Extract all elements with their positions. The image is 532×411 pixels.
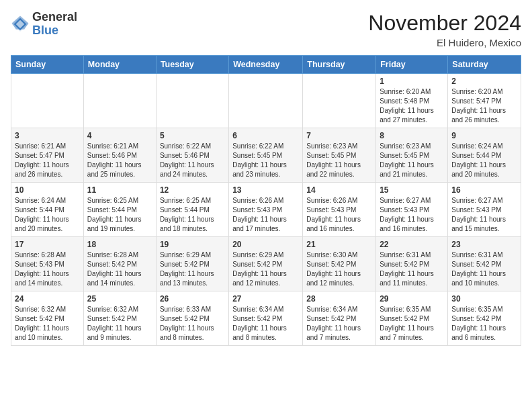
day-detail: Sunrise: 6:30 AM Sunset: 5:42 PM Dayligh… bbox=[306, 250, 372, 288]
logo: General Blue bbox=[11, 11, 77, 38]
day-detail: Sunrise: 6:33 AM Sunset: 5:42 PM Dayligh… bbox=[160, 305, 225, 342]
day-detail: Sunrise: 6:24 AM Sunset: 5:44 PM Dayligh… bbox=[451, 142, 517, 179]
calendar-cell bbox=[156, 74, 228, 128]
day-detail: Sunrise: 6:29 AM Sunset: 5:42 PM Dayligh… bbox=[160, 250, 225, 288]
day-number: 23 bbox=[451, 240, 517, 249]
day-detail: Sunrise: 6:20 AM Sunset: 5:48 PM Dayligh… bbox=[380, 87, 444, 125]
day-detail: Sunrise: 6:28 AM Sunset: 5:42 PM Dayligh… bbox=[87, 250, 152, 288]
calendar-cell: 20Sunrise: 6:29 AM Sunset: 5:42 PM Dayli… bbox=[229, 237, 303, 291]
day-number: 15 bbox=[380, 185, 444, 195]
day-number: 6 bbox=[232, 131, 299, 140]
calendar-cell: 4Sunrise: 6:21 AM Sunset: 5:46 PM Daylig… bbox=[83, 128, 156, 183]
day-detail: Sunrise: 6:35 AM Sunset: 5:42 PM Dayligh… bbox=[451, 305, 517, 342]
col-header-saturday: Saturday bbox=[448, 56, 521, 74]
day-number: 24 bbox=[15, 294, 80, 304]
day-number: 27 bbox=[232, 294, 299, 304]
day-detail: Sunrise: 6:27 AM Sunset: 5:43 PM Dayligh… bbox=[380, 196, 444, 234]
calendar-cell: 29Sunrise: 6:35 AM Sunset: 5:42 PM Dayli… bbox=[376, 291, 448, 346]
calendar-cell: 25Sunrise: 6:32 AM Sunset: 5:42 PM Dayli… bbox=[83, 291, 156, 346]
calendar-cell: 16Sunrise: 6:27 AM Sunset: 5:43 PM Dayli… bbox=[448, 183, 521, 237]
day-detail: Sunrise: 6:32 AM Sunset: 5:42 PM Dayligh… bbox=[15, 305, 80, 342]
calendar-cell: 15Sunrise: 6:27 AM Sunset: 5:43 PM Dayli… bbox=[376, 183, 448, 237]
calendar-cell: 19Sunrise: 6:29 AM Sunset: 5:42 PM Dayli… bbox=[156, 237, 228, 291]
day-detail: Sunrise: 6:23 AM Sunset: 5:45 PM Dayligh… bbox=[306, 142, 372, 179]
calendar-cell bbox=[83, 74, 156, 128]
calendar-cell: 18Sunrise: 6:28 AM Sunset: 5:42 PM Dayli… bbox=[83, 237, 156, 291]
calendar-cell: 10Sunrise: 6:24 AM Sunset: 5:44 PM Dayli… bbox=[11, 183, 84, 237]
calendar-cell: 23Sunrise: 6:31 AM Sunset: 5:42 PM Dayli… bbox=[448, 237, 521, 291]
calendar-cell: 6Sunrise: 6:22 AM Sunset: 5:45 PM Daylig… bbox=[229, 128, 303, 183]
calendar-cell: 28Sunrise: 6:34 AM Sunset: 5:42 PM Dayli… bbox=[303, 291, 376, 346]
day-detail: Sunrise: 6:28 AM Sunset: 5:43 PM Dayligh… bbox=[15, 250, 80, 288]
week-row-2: 3Sunrise: 6:21 AM Sunset: 5:47 PM Daylig… bbox=[11, 128, 521, 183]
day-number: 4 bbox=[87, 131, 152, 140]
day-number: 18 bbox=[87, 240, 152, 249]
day-number: 1 bbox=[380, 77, 444, 86]
day-number: 12 bbox=[160, 185, 225, 195]
month-title: November 2024 bbox=[368, 11, 521, 36]
calendar-cell: 24Sunrise: 6:32 AM Sunset: 5:42 PM Dayli… bbox=[11, 291, 84, 346]
day-number: 8 bbox=[380, 131, 444, 140]
day-number: 22 bbox=[380, 240, 444, 249]
day-detail: Sunrise: 6:23 AM Sunset: 5:45 PM Dayligh… bbox=[380, 142, 444, 179]
calendar-cell bbox=[11, 74, 84, 128]
day-detail: Sunrise: 6:25 AM Sunset: 5:44 PM Dayligh… bbox=[87, 196, 152, 234]
day-number: 16 bbox=[451, 185, 517, 195]
day-detail: Sunrise: 6:21 AM Sunset: 5:46 PM Dayligh… bbox=[87, 142, 152, 179]
col-header-friday: Friday bbox=[376, 56, 448, 74]
week-row-3: 10Sunrise: 6:24 AM Sunset: 5:44 PM Dayli… bbox=[11, 183, 521, 237]
day-detail: Sunrise: 6:21 AM Sunset: 5:47 PM Dayligh… bbox=[15, 142, 80, 179]
week-row-4: 17Sunrise: 6:28 AM Sunset: 5:43 PM Dayli… bbox=[11, 237, 521, 291]
day-detail: Sunrise: 6:26 AM Sunset: 5:43 PM Dayligh… bbox=[232, 196, 299, 234]
day-detail: Sunrise: 6:34 AM Sunset: 5:42 PM Dayligh… bbox=[306, 305, 372, 342]
col-header-wednesday: Wednesday bbox=[229, 56, 303, 74]
day-number: 19 bbox=[160, 240, 225, 249]
calendar-cell bbox=[303, 74, 376, 128]
day-number: 9 bbox=[451, 131, 517, 140]
logo-blue: Blue bbox=[32, 24, 77, 38]
week-row-1: 1Sunrise: 6:20 AM Sunset: 5:48 PM Daylig… bbox=[11, 74, 521, 128]
day-detail: Sunrise: 6:27 AM Sunset: 5:43 PM Dayligh… bbox=[451, 196, 517, 234]
day-detail: Sunrise: 6:24 AM Sunset: 5:44 PM Dayligh… bbox=[15, 196, 80, 234]
day-number: 11 bbox=[87, 185, 152, 195]
calendar-cell: 30Sunrise: 6:35 AM Sunset: 5:42 PM Dayli… bbox=[448, 291, 521, 346]
day-number: 25 bbox=[87, 294, 152, 304]
col-header-thursday: Thursday bbox=[303, 56, 376, 74]
col-header-monday: Monday bbox=[83, 56, 156, 74]
calendar-cell: 13Sunrise: 6:26 AM Sunset: 5:43 PM Dayli… bbox=[229, 183, 303, 237]
calendar-cell: 11Sunrise: 6:25 AM Sunset: 5:44 PM Dayli… bbox=[83, 183, 156, 237]
day-number: 5 bbox=[160, 131, 225, 140]
day-number: 21 bbox=[306, 240, 372, 249]
calendar-cell: 22Sunrise: 6:31 AM Sunset: 5:42 PM Dayli… bbox=[376, 237, 448, 291]
day-number: 29 bbox=[380, 294, 444, 304]
day-number: 28 bbox=[306, 294, 372, 304]
calendar-cell: 27Sunrise: 6:34 AM Sunset: 5:42 PM Dayli… bbox=[229, 291, 303, 346]
day-number: 20 bbox=[232, 240, 299, 249]
calendar-cell: 14Sunrise: 6:26 AM Sunset: 5:43 PM Dayli… bbox=[303, 183, 376, 237]
day-detail: Sunrise: 6:31 AM Sunset: 5:42 PM Dayligh… bbox=[451, 250, 517, 288]
day-number: 2 bbox=[451, 77, 517, 86]
day-number: 17 bbox=[15, 240, 80, 249]
day-number: 10 bbox=[15, 185, 80, 195]
day-number: 7 bbox=[306, 131, 372, 140]
day-detail: Sunrise: 6:25 AM Sunset: 5:44 PM Dayligh… bbox=[160, 196, 225, 234]
day-detail: Sunrise: 6:20 AM Sunset: 5:47 PM Dayligh… bbox=[451, 87, 517, 125]
calendar-cell: 9Sunrise: 6:24 AM Sunset: 5:44 PM Daylig… bbox=[448, 128, 521, 183]
day-number: 13 bbox=[232, 185, 299, 195]
logo-icon bbox=[11, 15, 30, 34]
calendar-table: SundayMondayTuesdayWednesdayThursdayFrid… bbox=[11, 55, 521, 346]
calendar-cell: 17Sunrise: 6:28 AM Sunset: 5:43 PM Dayli… bbox=[11, 237, 84, 291]
calendar-cell: 12Sunrise: 6:25 AM Sunset: 5:44 PM Dayli… bbox=[156, 183, 228, 237]
week-row-5: 24Sunrise: 6:32 AM Sunset: 5:42 PM Dayli… bbox=[11, 291, 521, 346]
page-header: General Blue November 2024 El Huidero, M… bbox=[11, 11, 521, 48]
title-block: November 2024 El Huidero, Mexico bbox=[368, 11, 521, 48]
day-number: 30 bbox=[451, 294, 517, 304]
calendar-cell: 21Sunrise: 6:30 AM Sunset: 5:42 PM Dayli… bbox=[303, 237, 376, 291]
day-number: 14 bbox=[306, 185, 372, 195]
day-detail: Sunrise: 6:34 AM Sunset: 5:42 PM Dayligh… bbox=[232, 305, 299, 342]
location: El Huidero, Mexico bbox=[368, 37, 521, 48]
calendar-cell: 3Sunrise: 6:21 AM Sunset: 5:47 PM Daylig… bbox=[11, 128, 84, 183]
calendar-cell bbox=[229, 74, 303, 128]
calendar-cell: 7Sunrise: 6:23 AM Sunset: 5:45 PM Daylig… bbox=[303, 128, 376, 183]
day-number: 26 bbox=[160, 294, 225, 304]
